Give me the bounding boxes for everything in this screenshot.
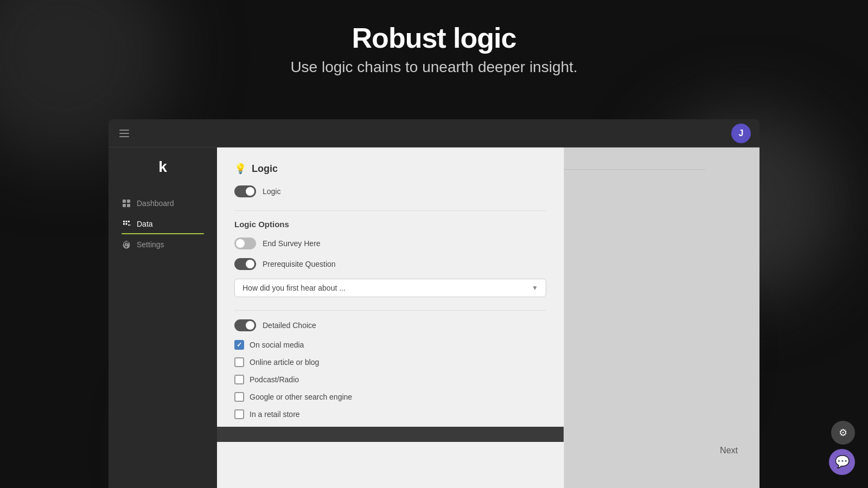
logic-main-toggle-row: Logic [234,185,546,197]
sidebar-item-settings-label: Settings [137,240,164,249]
hamburger-line-1 [119,130,129,131]
sidebar-item-data-label: Data [137,220,153,228]
detailed-choice-toggle-knob [246,321,254,330]
end-survey-toggle[interactable] [234,237,256,249]
main-content: u find us on? Next 💡 Logic Logic Logic O… [217,147,760,488]
dropdown-value: How did you first hear about ... [242,284,346,292]
avatar[interactable]: J [731,124,751,143]
end-survey-label: End Survey Here [263,239,321,248]
hero-header: Robust logic Use logic chains to unearth… [0,22,868,76]
divider-2 [234,310,546,311]
checkbox-item-google[interactable]: Google or other search engine [234,392,546,402]
checkbox-google[interactable] [234,392,244,402]
chat-button[interactable]: 💬 [829,449,855,475]
svg-rect-3 [127,204,130,207]
sidebar: k Dashboard Data Settings [108,147,217,488]
bulb-icon: 💡 [234,163,246,175]
sidebar-item-data[interactable]: Data [108,214,217,234]
hamburger-button[interactable] [117,127,131,139]
tool-button[interactable]: ⚙ [831,421,855,445]
logo-icon: k [158,158,167,176]
hamburger-line-3 [119,136,129,137]
sidebar-item-dashboard-label: Dashboard [137,199,174,208]
checkbox-item-retail[interactable]: In a retail store [234,409,546,419]
checkbox-social[interactable] [234,340,244,350]
prerequisite-toggle-knob [246,260,254,268]
checkbox-retail-label: In a retail store [250,410,300,419]
next-button[interactable]: Next [720,446,738,455]
panel-bottom-bar [217,427,564,442]
logic-panel: 💡 Logic Logic Logic Options End Survey H… [217,147,564,488]
detailed-choice-section: Detailed Choice On social media Online a… [234,319,546,419]
top-bar: J [108,119,760,147]
checkbox-podcast-label: Podcast/Radio [250,375,299,384]
hamburger-line-2 [119,133,129,134]
logic-main-toggle-label: Logic [263,187,280,196]
checkbox-podcast[interactable] [234,375,244,384]
logic-main-toggle-knob [246,187,254,196]
prerequisite-toggle[interactable] [234,258,256,270]
divider-1 [234,210,546,211]
prerequisite-toggle-row: Prerequisite Question [234,258,546,270]
end-survey-toggle-row: End Survey Here [234,237,546,249]
logic-main-toggle[interactable] [234,185,256,197]
data-icon [122,219,131,229]
logic-options-title: Logic Options [234,220,546,229]
sidebar-item-dashboard[interactable]: Dashboard [108,193,217,214]
detailed-choice-label: Detailed Choice [263,321,316,330]
sidebar-item-settings[interactable]: Settings [108,234,217,255]
dashboard-icon [122,198,131,208]
hero-title: Robust logic [0,22,868,54]
settings-icon [122,240,131,249]
dropdown-arrow-icon: ▼ [532,284,538,292]
svg-rect-0 [123,200,126,203]
checkbox-item-social[interactable]: On social media [234,340,546,350]
checkbox-article[interactable] [234,357,244,367]
logic-header: 💡 Logic [234,163,546,175]
svg-rect-1 [127,200,130,203]
detailed-choice-toggle[interactable] [234,319,256,331]
checkbox-article-label: Online article or blog [250,358,319,367]
checkbox-item-podcast[interactable]: Podcast/Radio [234,375,546,384]
logo-area: k [108,158,217,189]
prerequisite-label: Prerequisite Question [263,260,336,268]
hero-subtitle: Use logic chains to unearth deeper insig… [0,59,868,76]
question-dropdown[interactable]: How did you first hear about ... ▼ [234,279,546,297]
end-survey-toggle-knob [236,239,245,248]
checkbox-retail[interactable] [234,409,244,419]
detailed-choice-toggle-row: Detailed Choice [234,319,546,331]
logic-options-section: Logic Options End Survey Here Prerequisi… [234,220,546,297]
svg-rect-2 [123,204,126,207]
checkbox-item-article[interactable]: Online article or blog [234,357,546,367]
checkbox-social-label: On social media [250,341,304,349]
checkbox-google-label: Google or other search engine [250,393,352,401]
logic-panel-title: Logic [252,163,278,175]
